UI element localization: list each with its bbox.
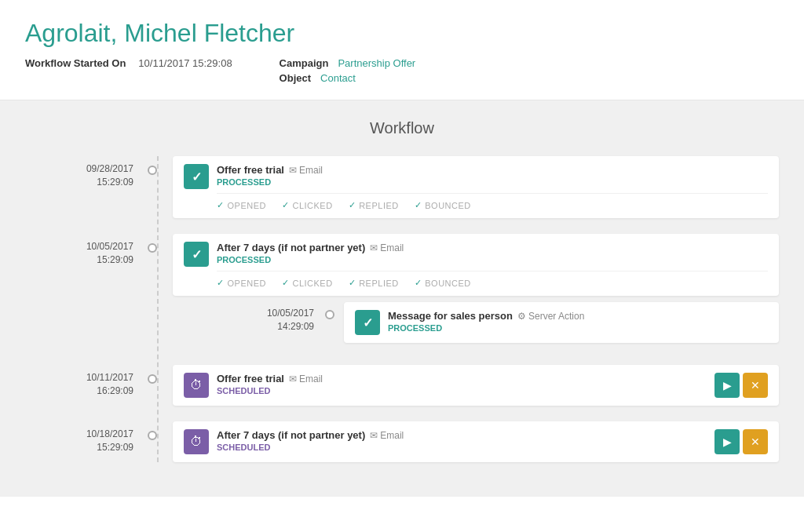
card-actions: ▶ ✕ bbox=[714, 429, 768, 454]
cancel-button[interactable]: ✕ bbox=[743, 429, 768, 454]
activity-card: ✓ After 7 days (if not partner yet) ✉ Em… bbox=[173, 234, 779, 296]
meta-left: Workflow Started On 10/11/2017 15:29:08 bbox=[25, 57, 232, 69]
card-actions: ▶ ✕ bbox=[714, 373, 768, 398]
date-line2: 15:29:09 bbox=[97, 442, 133, 453]
timeline-content: ✓ After 7 days (if not partner yet) ✉ Em… bbox=[173, 234, 779, 349]
status-pill-clicked: ✓ CLICKED bbox=[282, 278, 333, 288]
timeline-content: ✓ Offer free trial ✉ Email PROCESSED bbox=[173, 156, 779, 218]
header-section: Agrolait, Michel Fletcher Workflow Start… bbox=[0, 0, 804, 100]
email-icon: ✉ bbox=[289, 165, 297, 176]
timeline-content: ⏱ Offer free trial ✉ Email SCHEDULED bbox=[173, 365, 779, 406]
nested-card: ✓ Message for sales person ⚙ Server Acti… bbox=[344, 302, 779, 343]
activity-name: Offer free trial ✉ Email bbox=[217, 373, 707, 384]
timeline-dot bbox=[148, 166, 157, 175]
meta-right: Campaign Partnership Offer Object Contac… bbox=[280, 57, 416, 84]
activity-card: ⏱ After 7 days (if not partner yet) ✉ Em… bbox=[173, 421, 779, 462]
timeline-date: 10/18/2017 15:29:09 bbox=[31, 428, 133, 454]
status-pill-clicked: ✓ CLICKED bbox=[282, 200, 333, 210]
clock-icon: ⏱ bbox=[184, 373, 209, 398]
check-icon: ✓ bbox=[355, 310, 380, 335]
server-icon: ⚙ bbox=[517, 311, 526, 322]
header-meta: Workflow Started On 10/11/2017 15:29:08 … bbox=[25, 57, 779, 84]
activity-info: Offer free trial ✉ Email SCHEDULED bbox=[217, 373, 707, 395]
activity-info: Message for sales person ⚙ Server Action… bbox=[388, 310, 768, 333]
date-line1: 10/05/2017 bbox=[86, 241, 133, 252]
timeline-dot bbox=[148, 374, 157, 384]
date-line2: 16:29:09 bbox=[97, 385, 133, 396]
campaign-row: Campaign Partnership Offer bbox=[280, 57, 416, 69]
date-line2: 15:29:09 bbox=[97, 177, 133, 188]
page-title: Agrolait, Michel Fletcher bbox=[25, 19, 779, 48]
status-pill-bounced: ✓ BOUNCED bbox=[415, 200, 471, 210]
activity-status: PROCESSED bbox=[217, 255, 768, 264]
activity-card: ✓ Offer free trial ✉ Email PROCESSED bbox=[173, 156, 779, 218]
activity-type: ✉ Email bbox=[370, 242, 404, 253]
activity-status: PROCESSED bbox=[217, 177, 768, 187]
timeline-item: 10/18/2017 15:29:09 ⏱ After 7 days (if n… bbox=[151, 421, 779, 462]
activity-type: ✉ Email bbox=[289, 165, 323, 176]
activity-type: ✉ Email bbox=[289, 373, 323, 384]
activity-name: After 7 days (if not partner yet) ✉ Emai… bbox=[217, 242, 768, 253]
status-pill-replied: ✓ REPLIED bbox=[349, 200, 399, 210]
campaign-value[interactable]: Partnership Offer bbox=[338, 57, 415, 69]
activity-status: PROCESSED bbox=[388, 323, 768, 333]
email-icon: ✉ bbox=[289, 373, 297, 384]
check-icon: ✓ bbox=[184, 164, 209, 189]
status-pill-opened: ✓ OPENED bbox=[217, 200, 266, 210]
check-icon: ✓ bbox=[184, 242, 209, 267]
campaign-label: Campaign bbox=[280, 57, 329, 69]
cancel-button[interactable]: ✕ bbox=[743, 373, 768, 398]
email-icon: ✉ bbox=[370, 242, 378, 253]
status-pill-bounced: ✓ BOUNCED bbox=[415, 278, 471, 288]
timeline: 09/28/2017 15:29:09 ✓ Offer free trial ✉… bbox=[25, 156, 779, 462]
status-pill-opened: ✓ OPENED bbox=[217, 278, 266, 288]
timeline-item: 10/05/2017 15:29:09 ✓ After 7 days (if n… bbox=[151, 234, 779, 349]
date-line1: 10/11/2017 bbox=[86, 372, 133, 383]
page-wrapper: Agrolait, Michel Fletcher Workflow Start… bbox=[0, 0, 804, 532]
timeline-item: 09/28/2017 15:29:09 ✓ Offer free trial ✉… bbox=[151, 156, 779, 218]
object-row: Object Contact bbox=[280, 72, 416, 84]
nested-date: 10/05/2017 14:29:09 bbox=[236, 302, 314, 333]
activity-info: After 7 days (if not partner yet) ✉ Emai… bbox=[217, 242, 768, 288]
object-label: Object bbox=[280, 72, 311, 84]
nested-timeline-item: 10/05/2017 14:29:09 ✓ Message for sales … bbox=[236, 302, 779, 343]
activity-info: Offer free trial ✉ Email PROCESSED ✓ OPE… bbox=[217, 164, 768, 210]
date-line1: 09/28/2017 bbox=[86, 163, 133, 174]
nested-dot bbox=[325, 310, 334, 319]
activity-status: SCHEDULED bbox=[217, 443, 707, 452]
status-pills: ✓ OPENED ✓ CLICKED ✓ REPLIED ✓ BOUNCED bbox=[217, 193, 768, 210]
activity-info: After 7 days (if not partner yet) ✉ Emai… bbox=[217, 429, 707, 452]
workflow-title: Workflow bbox=[25, 119, 779, 137]
timeline-content: ⏱ After 7 days (if not partner yet) ✉ Em… bbox=[173, 421, 779, 462]
activity-name: After 7 days (if not partner yet) ✉ Emai… bbox=[217, 429, 707, 441]
timeline-dot bbox=[148, 431, 157, 440]
timeline-date: 10/11/2017 16:29:09 bbox=[31, 371, 133, 398]
status-pill-replied: ✓ REPLIED bbox=[349, 278, 399, 288]
workflow-section: Workflow 09/28/2017 15:29:09 ✓ Offer fre… bbox=[0, 100, 804, 497]
play-button[interactable]: ▶ bbox=[714, 373, 740, 398]
activity-name: Message for sales person ⚙ Server Action bbox=[388, 310, 768, 322]
activity-type: ✉ Email bbox=[370, 430, 404, 441]
activity-name: Offer free trial ✉ Email bbox=[217, 164, 768, 176]
date-line2: 15:29:09 bbox=[97, 254, 133, 265]
workflow-started-value: 10/11/2017 15:29:08 bbox=[138, 57, 232, 69]
workflow-started-label: Workflow Started On bbox=[25, 57, 126, 69]
activity-card-nested: ✓ Message for sales person ⚙ Server Acti… bbox=[344, 302, 779, 343]
timeline-date: 10/05/2017 15:29:09 bbox=[31, 240, 133, 267]
status-pills: ✓ OPENED ✓ CLICKED ✓ REPLIED ✓ BOUNCED bbox=[217, 271, 768, 288]
play-button[interactable]: ▶ bbox=[714, 429, 740, 454]
email-icon: ✉ bbox=[370, 430, 378, 441]
clock-icon: ⏱ bbox=[184, 429, 209, 454]
nested-timeline: 10/05/2017 14:29:09 ✓ Message for sales … bbox=[236, 302, 779, 343]
date-line1: 10/18/2017 bbox=[86, 428, 133, 439]
activity-status: SCHEDULED bbox=[217, 386, 707, 395]
timeline-item: 10/11/2017 16:29:09 ⏱ Offer free trial ✉… bbox=[151, 365, 779, 406]
activity-card: ⏱ Offer free trial ✉ Email SCHEDULED bbox=[173, 365, 779, 406]
timeline-date: 09/28/2017 15:29:09 bbox=[31, 162, 133, 189]
timeline-dot bbox=[148, 243, 157, 253]
activity-type: ⚙ Server Action bbox=[517, 311, 584, 322]
object-value[interactable]: Contact bbox=[320, 72, 356, 84]
